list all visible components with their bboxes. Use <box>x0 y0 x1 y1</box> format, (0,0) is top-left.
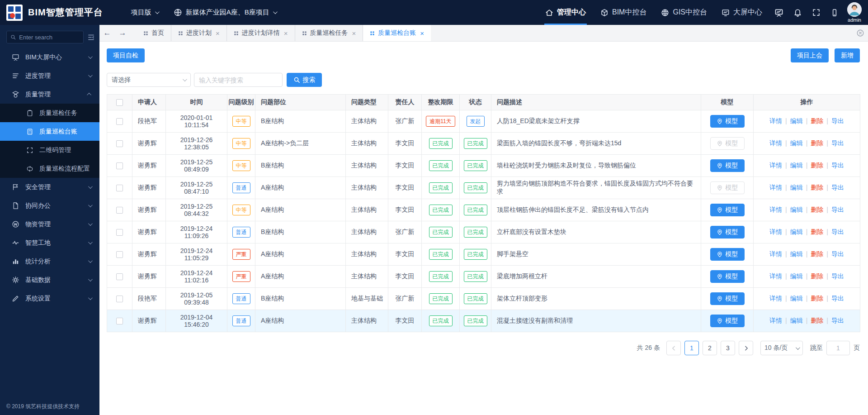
row-checkbox[interactable] <box>116 207 123 214</box>
action-edit-link[interactable]: 编辑 <box>790 272 803 280</box>
action-export-link[interactable]: 导出 <box>831 228 844 235</box>
tab-close-icon[interactable]: × <box>352 29 356 37</box>
nav-item-gis-console[interactable]: GIS中控台 <box>654 0 714 25</box>
tab-close-icon[interactable]: × <box>216 29 220 37</box>
page-size-select[interactable]: 10 条/页 <box>760 341 803 355</box>
action-delete-link[interactable]: 删除 <box>811 117 823 124</box>
sidebar-item-quality-ledger[interactable]: 质量巡检台账 <box>0 122 99 141</box>
action-delete-link[interactable]: 删除 <box>811 184 823 191</box>
tab[interactable]: 质量巡检任务 × <box>295 25 363 41</box>
action-delete-link[interactable]: 删除 <box>811 250 823 258</box>
tab-close-icon[interactable]: × <box>284 29 288 37</box>
row-checkbox[interactable] <box>116 185 123 191</box>
mobile-icon[interactable] <box>826 0 844 25</box>
row-checkbox[interactable] <box>116 296 123 302</box>
sidebar-search[interactable] <box>6 31 84 43</box>
sidebar-item-progress[interactable]: 进度管理 <box>0 67 99 85</box>
action-delete-link[interactable]: 删除 <box>811 139 823 147</box>
action-edit-link[interactable]: 编辑 <box>790 317 803 324</box>
action-detail-link[interactable]: 详情 <box>769 250 782 258</box>
page-button-3[interactable]: 3 <box>721 341 735 355</box>
model-button[interactable]: 模型 <box>710 159 745 172</box>
action-edit-link[interactable]: 编辑 <box>790 206 803 213</box>
sidebar-item-base-data[interactable]: 基础数据 <box>0 271 99 289</box>
filter-select[interactable]: 请选择 <box>107 73 191 87</box>
action-detail-link[interactable]: 详情 <box>769 117 782 124</box>
sidebar-item-quality[interactable]: 质量管理 <box>0 85 99 104</box>
action-detail-link[interactable]: 详情 <box>769 228 782 235</box>
action-export-link[interactable]: 导出 <box>831 162 844 169</box>
action-edit-link[interactable]: 编辑 <box>790 250 803 258</box>
model-button[interactable]: 模型 <box>710 204 745 216</box>
action-detail-link[interactable]: 详情 <box>769 272 782 280</box>
sidebar-item-system-settings[interactable]: 系统设置 <box>0 289 99 308</box>
project-meeting-button[interactable]: 项目上会 <box>791 48 829 62</box>
action-delete-link[interactable]: 删除 <box>811 228 823 235</box>
tab[interactable]: 首页 <box>137 25 171 41</box>
collapse-sidebar-icon[interactable] <box>87 33 95 41</box>
tab[interactable]: 进度计划 × <box>171 25 227 41</box>
row-checkbox[interactable] <box>116 162 123 169</box>
action-delete-link[interactable]: 删除 <box>811 272 823 280</box>
model-button[interactable]: 模型 <box>710 315 745 327</box>
jump-page-input[interactable] <box>826 341 850 355</box>
sidebar-item-smart-site[interactable]: 智慧工地 <box>0 234 99 252</box>
tab[interactable]: 进度计划详情 × <box>227 25 295 41</box>
sidebar-item-collaboration[interactable]: 协同办公 <box>0 196 99 215</box>
nav-item-bim-console[interactable]: BIM中控台 <box>593 0 654 25</box>
project-selector[interactable]: 新媒体产业园A座、B座项目 <box>174 8 276 17</box>
page-button-2[interactable]: 2 <box>703 341 717 355</box>
action-detail-link[interactable]: 详情 <box>769 184 782 191</box>
model-button[interactable]: 模型 <box>710 292 745 305</box>
action-detail-link[interactable]: 详情 <box>769 162 782 169</box>
sidebar-item-qrcode[interactable]: 二维码管理 <box>0 141 99 159</box>
model-button[interactable]: 模型 <box>710 270 745 283</box>
action-export-link[interactable]: 导出 <box>831 184 844 191</box>
action-edit-link[interactable]: 编辑 <box>790 117 803 124</box>
model-button[interactable]: 模型 <box>710 248 745 261</box>
action-edit-link[interactable]: 编辑 <box>790 139 803 147</box>
tabs-back-arrow[interactable]: ← <box>99 25 115 41</box>
action-delete-link[interactable]: 删除 <box>811 162 823 169</box>
nav-item-management-center[interactable]: 管理中心 <box>538 0 593 25</box>
action-edit-link[interactable]: 编辑 <box>790 228 803 235</box>
model-button[interactable]: 模型 <box>710 115 745 128</box>
action-detail-link[interactable]: 详情 <box>769 295 782 302</box>
edition-selector[interactable]: 项目版 <box>131 8 158 17</box>
action-edit-link[interactable]: 编辑 <box>790 295 803 302</box>
self-check-button[interactable]: 项目自检 <box>107 48 145 62</box>
row-checkbox[interactable] <box>116 118 123 125</box>
sidebar-item-bim-screen-center[interactable]: BIM大屏中心 <box>0 48 99 67</box>
next-page-button[interactable] <box>739 341 753 355</box>
action-delete-link[interactable]: 删除 <box>811 317 823 324</box>
search-button[interactable]: 搜索 <box>287 73 322 87</box>
model-button[interactable]: 模型 <box>710 226 745 239</box>
action-export-link[interactable]: 导出 <box>831 272 844 280</box>
action-export-link[interactable]: 导出 <box>831 206 844 213</box>
sidebar-search-input[interactable] <box>19 34 80 41</box>
model-button[interactable]: 模型 <box>710 181 745 194</box>
action-export-link[interactable]: 导出 <box>831 317 844 324</box>
tabs-forward-arrow[interactable]: → <box>115 25 130 41</box>
model-button[interactable]: 模型 <box>710 137 745 150</box>
row-checkbox[interactable] <box>116 229 123 236</box>
action-delete-link[interactable]: 删除 <box>811 295 823 302</box>
row-checkbox[interactable] <box>116 318 123 324</box>
action-export-link[interactable]: 导出 <box>831 117 844 124</box>
action-export-link[interactable]: 导出 <box>831 139 844 147</box>
keyword-input[interactable] <box>194 73 283 87</box>
prev-page-button[interactable] <box>666 341 681 355</box>
fullscreen-icon[interactable] <box>807 0 826 25</box>
tab-close-icon[interactable]: × <box>420 29 424 37</box>
bell-icon[interactable] <box>788 0 807 25</box>
sidebar-item-safety[interactable]: 安全管理 <box>0 178 99 196</box>
sidebar-item-quality-task[interactable]: 质量巡检任务 <box>0 104 99 122</box>
row-checkbox[interactable] <box>116 251 123 258</box>
action-delete-link[interactable]: 删除 <box>811 206 823 213</box>
action-detail-link[interactable]: 详情 <box>769 139 782 147</box>
tab[interactable]: 质量巡检台账 × <box>363 25 431 41</box>
row-checkbox[interactable] <box>116 273 123 280</box>
select-all-checkbox[interactable] <box>116 99 123 106</box>
action-export-link[interactable]: 导出 <box>831 250 844 258</box>
action-detail-link[interactable]: 详情 <box>769 317 782 324</box>
